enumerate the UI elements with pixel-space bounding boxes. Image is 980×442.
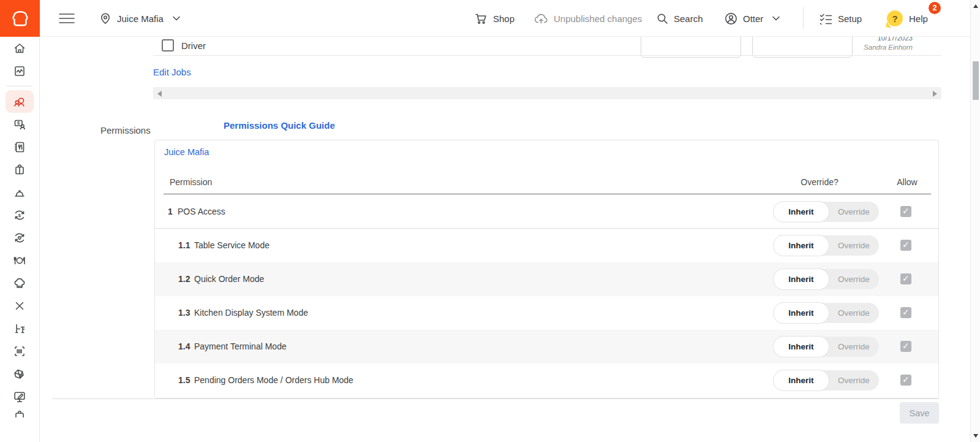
sidebar-item-orders-bell[interactable] [6, 181, 34, 204]
sidebar-item-payroll[interactable]: $ [6, 113, 34, 135]
inherit-button[interactable]: Inherit [774, 202, 829, 222]
scroll-right-arrow-icon[interactable] [933, 91, 937, 97]
sidebar-item-dining[interactable] [6, 249, 34, 272]
permission-label: Kitchen Display System Mode [194, 308, 308, 318]
override-toggle: Inherit Override [774, 337, 879, 357]
sidebar-item-menus[interactable] [6, 135, 34, 158]
shop-button[interactable]: Shop [475, 0, 514, 37]
column-header-allow: Allow [888, 177, 927, 187]
hamburger-menu-icon[interactable] [59, 0, 75, 37]
permission-label: Payment Terminal Mode [194, 341, 287, 351]
override-toggle: Inherit Override [774, 269, 879, 289]
permission-label: Quick Order Mode [194, 274, 264, 284]
allow-checkbox[interactable] [900, 375, 911, 386]
inherit-button[interactable]: Inherit [774, 337, 829, 357]
chevron-down-icon [173, 16, 180, 21]
column-header-permission: Permission [170, 177, 212, 187]
help-button[interactable]: ? Help [887, 0, 928, 37]
permissions-section-label: Permissions [100, 125, 151, 135]
jobs-horizontal-scrollbar[interactable] [153, 87, 941, 99]
allow-checkbox[interactable] [900, 307, 911, 318]
location-selector[interactable]: Juice Mafia [99, 0, 180, 37]
driver-checkbox[interactable] [162, 39, 174, 51]
scroll-up-arrow-icon[interactable] [973, 4, 978, 8]
checklist-icon [820, 13, 832, 25]
page-scrollbar-thumb[interactable] [973, 61, 979, 100]
help-bubble-icon: ? [887, 10, 903, 26]
scroll-left-arrow-icon[interactable] [157, 91, 162, 97]
allow-checkbox[interactable] [900, 341, 911, 352]
svg-text:$: $ [18, 212, 21, 218]
cart-icon [475, 13, 488, 25]
edit-jobs-link[interactable]: Edit Jobs [153, 67, 191, 77]
sidebar-item-team[interactable] [6, 90, 34, 113]
inherit-button[interactable]: Inherit [774, 235, 829, 256]
topbar-divider [803, 7, 804, 29]
search-button[interactable]: Search [657, 0, 703, 37]
override-button[interactable]: Override [829, 235, 879, 256]
sidebar-item-analytics[interactable] [6, 59, 34, 82]
permission-row: 1 POS Access Inherit Override [155, 195, 938, 229]
otter-toast-logo[interactable] [0, 0, 40, 37]
location-label: Juice Mafia [117, 13, 164, 24]
sidebar-item-x-brand[interactable] [6, 294, 34, 317]
permissions-table-header: Permission Override? Allow [155, 169, 938, 193]
permission-number: 1.5 [178, 375, 190, 385]
override-button[interactable]: Override [829, 269, 879, 289]
sidebar-item-supplies[interactable] [6, 158, 34, 181]
account-label: Otter [743, 13, 763, 24]
sidebar-item-partial[interactable] [6, 408, 34, 417]
driver-checkbox-label: Driver [181, 40, 206, 51]
svg-text:$: $ [17, 120, 20, 126]
sidebar-item-tables[interactable] [6, 317, 34, 340]
override-button[interactable]: Override [829, 337, 879, 357]
override-button[interactable]: Override [829, 202, 879, 222]
permission-row: 1.5 Pending Orders Mode / Orders Hub Mod… [155, 364, 938, 397]
scroll-down-arrow-icon[interactable] [973, 434, 978, 438]
shop-label: Shop [493, 13, 514, 24]
override-button[interactable]: Override [829, 370, 879, 391]
unpublished-changes-label: Unpublished changes [554, 13, 642, 24]
job-rate-input-1[interactable] [641, 37, 741, 58]
sidebar-item-home[interactable] [6, 37, 34, 59]
permissions-quick-guide-link[interactable]: Permissions Quick Guide [224, 120, 335, 131]
sidebar-item-payouts[interactable]: $ [6, 204, 34, 226]
search-label: Search [674, 13, 703, 24]
sidebar-divider [7, 86, 32, 86]
override-toggle: Inherit Override [774, 202, 879, 222]
permission-row: 1.1 Table Service Mode Inherit Override [155, 229, 938, 262]
permission-row: 1.4 Payment Terminal Mode Inherit Overri… [155, 330, 938, 364]
search-icon [657, 13, 668, 25]
override-button[interactable]: Override [829, 303, 879, 323]
permissions-card: Juice Mafia Permission Override? Allow 1… [154, 140, 939, 398]
jobs-divider [153, 55, 941, 56]
sidebar-item-kitchen[interactable] [6, 272, 34, 294]
cloud-upload-icon [534, 13, 548, 25]
save-button[interactable]: Save [900, 402, 939, 424]
inherit-button[interactable]: Inherit [774, 269, 829, 289]
section-bottom-divider [52, 398, 939, 399]
job-rate-input-2[interactable] [752, 37, 853, 58]
page-scrollbar[interactable] [970, 0, 980, 442]
permission-number: 1.2 [178, 274, 190, 284]
sidebar-item-design[interactable] [6, 385, 34, 408]
sidebar-item-loyalty[interactable] [6, 226, 34, 249]
setup-label: Setup [838, 13, 862, 24]
updated-by: Sandra Einhorn [864, 43, 913, 52]
sidebar-item-inventory[interactable] [6, 362, 34, 385]
inherit-button[interactable]: Inherit [774, 303, 829, 323]
sidebar-item-barcode[interactable] [6, 340, 34, 362]
allow-checkbox[interactable] [900, 240, 911, 251]
card-location-link[interactable]: Juice Mafia [164, 147, 209, 157]
setup-button[interactable]: Setup [820, 0, 862, 37]
inherit-button[interactable]: Inherit [774, 370, 829, 391]
allow-checkbox[interactable] [900, 273, 911, 284]
override-toggle: Inherit Override [774, 370, 879, 391]
account-menu[interactable]: Otter [725, 0, 780, 37]
account-icon [725, 12, 737, 25]
override-toggle: Inherit Override [774, 303, 879, 323]
allow-checkbox[interactable] [900, 206, 911, 217]
help-label: Help [909, 13, 928, 24]
permission-number: 1.1 [178, 240, 190, 250]
unpublished-changes-button[interactable]: Unpublished changes [534, 0, 642, 37]
